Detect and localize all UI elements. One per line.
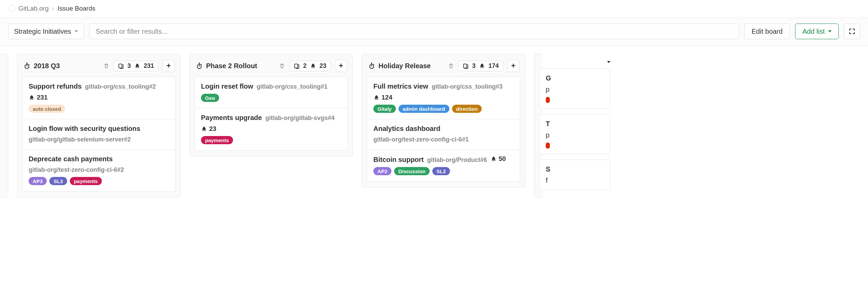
list-body: Support refundsgitlab-org/css_tooling#2 … bbox=[17, 77, 180, 197]
issue-card[interactable]: Tp bbox=[539, 114, 610, 154]
board-lists: 2018 Q3 3 231+Support refundsgitlab-org/… bbox=[0, 46, 868, 206]
add-list-button[interactable]: Add list bbox=[795, 24, 839, 39]
add-issue-button[interactable]: + bbox=[507, 60, 520, 72]
issue-card[interactable]: Bitcoin supportgitlab-org/Product#6 50AP… bbox=[367, 150, 520, 182]
stopwatch-icon bbox=[368, 62, 375, 69]
trash-icon[interactable] bbox=[448, 63, 454, 69]
label[interactable]: Discussion bbox=[394, 167, 430, 175]
list-body: Full metrics viewgitlab-org/css_tooling#… bbox=[362, 77, 525, 187]
weight-icon bbox=[134, 63, 140, 69]
list-header: Holiday Release 3 174+ bbox=[362, 54, 525, 77]
issue-ref: gitlab-org/test-zero-config-ci-6#1 bbox=[373, 136, 469, 143]
issue-labels: payments bbox=[201, 136, 341, 144]
list-counts: 3 231 bbox=[113, 61, 158, 71]
issue-ref: gitlab-org/css_tooling#3 bbox=[432, 83, 502, 90]
weight-icon bbox=[201, 126, 207, 132]
issue-card[interactable]: Full metrics viewgitlab-org/css_tooling#… bbox=[367, 77, 520, 119]
svg-rect-5 bbox=[464, 64, 467, 68]
org-avatar bbox=[8, 5, 15, 12]
add-issue-button[interactable]: + bbox=[335, 60, 347, 72]
list-title: Holiday Release bbox=[378, 62, 431, 70]
board-selector[interactable]: Strategic Initiatives bbox=[8, 24, 84, 39]
issue-ref: gitlab-org/css_tooling#1 bbox=[257, 83, 327, 90]
weight-icon bbox=[491, 156, 497, 162]
issue-ref: gitlab-org/gitlab-svgs#4 bbox=[265, 115, 335, 122]
cards-icon bbox=[294, 63, 300, 69]
list-counts: 2 23 bbox=[289, 61, 331, 71]
weight-total: 231 bbox=[144, 62, 154, 70]
label[interactable]: direction bbox=[452, 105, 482, 113]
list-header: 2018 Q3 3 231+ bbox=[17, 54, 180, 77]
label[interactable]: SL2 bbox=[432, 167, 450, 175]
issue-labels: Gitalyadmin dashboarddirection bbox=[373, 105, 514, 113]
stopwatch-icon bbox=[196, 62, 203, 69]
issue-weight: 231 bbox=[29, 94, 48, 101]
issue-card[interactable]: Analytics dashboardgitlab-org/test-zero-… bbox=[367, 119, 520, 150]
expand-icon bbox=[849, 28, 855, 35]
list-header: Phase 2 Rollout 2 23+ bbox=[190, 54, 353, 77]
issue-title: Full metrics view bbox=[373, 82, 428, 90]
fullscreen-button[interactable] bbox=[844, 24, 860, 39]
list-counts: 3 174 bbox=[458, 61, 503, 71]
list-sliver-left[interactable] bbox=[0, 54, 8, 197]
label[interactable]: auto closed bbox=[29, 105, 65, 113]
list-title: 2018 Q3 bbox=[34, 62, 60, 70]
label[interactable]: Geo bbox=[201, 94, 219, 102]
add-issue-button[interactable]: + bbox=[162, 60, 175, 72]
weight-icon bbox=[373, 94, 379, 101]
issue-card[interactable]: Support refundsgitlab-org/css_tooling#2 … bbox=[22, 77, 175, 119]
weight-total: 174 bbox=[489, 62, 499, 70]
issue-card[interactable]: Login reset flowgitlab-org/css_tooling#1… bbox=[195, 77, 348, 108]
breadcrumb-page[interactable]: Issue Boards bbox=[58, 5, 95, 12]
weight-icon bbox=[29, 94, 35, 101]
chevron-down-icon[interactable] bbox=[607, 61, 610, 63]
label[interactable]: Gitaly bbox=[373, 105, 396, 113]
board-list: 2018 Q3 3 231+Support refundsgitlab-org/… bbox=[17, 54, 181, 197]
board-toolbar: Strategic Initiatives Edit board Add lis… bbox=[0, 18, 868, 46]
issue-weight: 23 bbox=[201, 125, 216, 133]
label[interactable]: AP2 bbox=[373, 167, 391, 175]
issue-card[interactable]: Sf bbox=[539, 160, 610, 190]
issue-card[interactable]: Gp bbox=[539, 69, 610, 109]
issue-ref: gitlab-org/gitlab-selenium-server#2 bbox=[29, 136, 131, 143]
board-list: Holiday Release 3 174+Full metrics viewg… bbox=[362, 54, 525, 188]
trash-icon[interactable] bbox=[103, 63, 109, 69]
issue-count: 3 bbox=[472, 62, 476, 70]
issue-title: Deprecate cash payments bbox=[29, 155, 113, 163]
issue-count: 3 bbox=[127, 62, 131, 70]
svg-rect-3 bbox=[295, 64, 298, 68]
weight-icon bbox=[479, 63, 485, 69]
list-sliver-right[interactable]: Gp Tp Sf bbox=[534, 54, 542, 197]
issue-labels: AP2DiscussionSL2 bbox=[373, 167, 514, 175]
search-input[interactable] bbox=[89, 24, 739, 39]
cards-icon bbox=[118, 63, 124, 69]
issue-title: Bitcoin support bbox=[373, 156, 424, 164]
issue-labels: AP3SL3payments bbox=[29, 177, 169, 185]
issue-card[interactable]: Payments upgradegitlab-org/gitlab-svgs#4… bbox=[195, 108, 348, 151]
edit-board-button[interactable]: Edit board bbox=[744, 24, 790, 39]
label[interactable]: AP3 bbox=[29, 177, 47, 185]
weight-icon bbox=[310, 63, 316, 69]
issue-weight: 124 bbox=[373, 94, 392, 101]
issue-weight: 50 bbox=[491, 155, 506, 163]
label[interactable]: admin dashboard bbox=[399, 105, 449, 113]
issue-labels: Geo bbox=[201, 94, 341, 102]
chevron-down-icon bbox=[75, 30, 78, 32]
issue-title: Support refunds bbox=[29, 82, 82, 90]
breadcrumb: GitLab.org › Issue Boards bbox=[0, 0, 868, 18]
edit-board-label: Edit board bbox=[751, 28, 782, 35]
trash-icon[interactable] bbox=[279, 63, 285, 69]
issue-count: 2 bbox=[303, 62, 307, 70]
issue-ref: gitlab-org/css_tooling#2 bbox=[85, 83, 156, 90]
breadcrumb-org[interactable]: GitLab.org bbox=[18, 5, 49, 12]
label[interactable]: payments bbox=[70, 177, 102, 185]
svg-rect-1 bbox=[119, 64, 122, 68]
board-list: Phase 2 Rollout 2 23+Login reset flowgit… bbox=[189, 54, 353, 156]
issue-card[interactable]: Login flow with security questionsgitlab… bbox=[22, 119, 175, 150]
label[interactable]: SL3 bbox=[49, 177, 67, 185]
issue-card[interactable]: Deprecate cash paymentsgitlab-org/test-z… bbox=[22, 150, 175, 192]
label[interactable]: payments bbox=[201, 136, 233, 144]
board-selector-label: Strategic Initiatives bbox=[14, 28, 71, 35]
issue-ref: gitlab-org/test-zero-config-ci-6#2 bbox=[29, 166, 124, 174]
issue-labels: auto closed bbox=[29, 105, 169, 113]
